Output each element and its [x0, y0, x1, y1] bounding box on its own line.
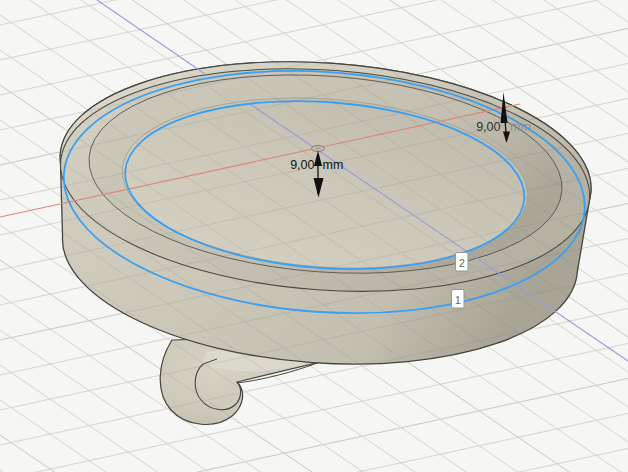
viewport-canvas[interactable]: 9,00 mm 9,00 mm 2 1 [0, 0, 628, 472]
profile-badge-1[interactable]: 1 [452, 290, 465, 309]
badge-label: 2 [459, 257, 465, 269]
dimension-value-edge[interactable]: 9,00 [476, 120, 500, 134]
cad-viewport: 9,00 mm 9,00 mm 2 1 [0, 0, 628, 472]
dimension-unit-edge: mm [510, 120, 531, 134]
profile-badge-2[interactable]: 2 [456, 253, 469, 272]
dimension-unit-center: mm [323, 158, 344, 172]
badge-label: 1 [455, 294, 461, 306]
origin-marker-center-dot [315, 147, 320, 149]
dimension-value-center[interactable]: 9,00 [290, 158, 314, 172]
